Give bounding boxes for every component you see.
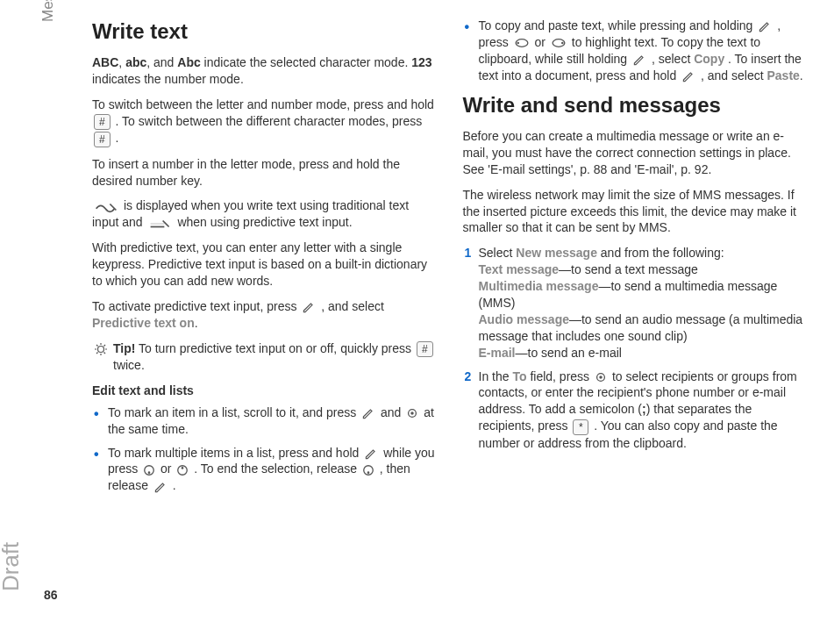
option-email: E-mail [479, 346, 516, 360]
text: To mark an item in a list, scroll to it,… [108, 405, 360, 419]
option-copy: Copy [694, 52, 724, 66]
para-predictive-desc: With predictive text, you can enter any … [92, 240, 437, 290]
page-number: 86 [44, 588, 58, 602]
text: . [173, 478, 176, 492]
tip-label: Tip! [113, 341, 135, 355]
left-column: Write text ABC, abc, and Abc indicate th… [92, 18, 437, 626]
hash-key-icon: # [94, 114, 111, 130]
text: indicate the selected character mode. [201, 55, 411, 69]
text: To switch between the letter and number … [92, 97, 434, 111]
bullet-list-edit: To mark an item in a list, scroll to it,… [92, 404, 437, 494]
scroll-up-icon [176, 464, 189, 476]
text: , and select [701, 68, 767, 82]
text: To mark multiple items in a list, press … [108, 446, 362, 460]
content-columns: Write text ABC, abc, and Abc indicate th… [61, 0, 820, 644]
text: , [118, 55, 125, 69]
text: . [116, 131, 119, 145]
option-text-message: Text message [479, 262, 560, 276]
para-mms-limit: The wireless network may limit the size … [463, 187, 808, 237]
pen-key-icon [364, 447, 378, 461]
list-item: To mark multiple items in a list, press … [92, 445, 437, 495]
scroll-left-icon [514, 38, 530, 48]
step-item: Select New message and from the followin… [463, 245, 808, 361]
side-tab: Messaging Draft 86 [0, 0, 61, 644]
pen-key-icon [302, 300, 316, 314]
para-activate-predictive: To activate predictive text input, press… [92, 298, 437, 332]
label-abc-upper: ABC [92, 55, 118, 69]
field-to: To [512, 369, 526, 383]
subhead-edit-text: Edit text and lists [92, 383, 437, 399]
page: Messaging Draft 86 Write text ABC, abc, … [0, 0, 820, 644]
text: Select [479, 246, 517, 260]
heading-write-text: Write text [92, 18, 437, 46]
text: , and [146, 55, 177, 69]
label-123: 123 [411, 55, 431, 69]
hash-key-icon: # [94, 132, 111, 147]
bullet-list-copy: To copy and paste text, while pressing a… [463, 18, 808, 84]
tip-text: Tip! To turn predictive text input on or… [113, 340, 437, 374]
label-abc-lower: abc [125, 55, 146, 69]
text: , select [652, 52, 694, 66]
text: and [381, 405, 404, 419]
text: field, press [527, 369, 593, 383]
option-paste: Paste [767, 68, 799, 82]
steps-list: Select New message and from the followin… [463, 245, 808, 451]
watermark-label: Draft [0, 542, 25, 591]
tip-icon [94, 342, 108, 356]
list-item: To copy and paste text, while pressing a… [463, 18, 808, 84]
tip-block: Tip! To turn predictive text input on or… [92, 340, 437, 374]
text: In the [479, 369, 513, 383]
section-label: Messaging [39, 0, 57, 22]
text: and from the following: [597, 246, 724, 260]
scroll-down-icon [143, 464, 155, 476]
text: —to send an e-mail [516, 346, 622, 360]
option-new-message: New message [516, 246, 597, 260]
traditional-input-icon [94, 201, 118, 213]
text: . To switch between the different charac… [116, 114, 423, 128]
text: . [800, 68, 803, 82]
para-switch-mode: To switch between the letter and number … [92, 97, 437, 147]
para-insert-number: To insert a number in the letter mode, p… [92, 156, 437, 190]
text: , and select [321, 299, 384, 313]
text: . [195, 316, 198, 330]
option-audio-message: Audio message [479, 312, 569, 326]
text: or [160, 462, 175, 476]
pen-key-icon [153, 480, 168, 494]
para-before-create: Before you can create a multimedia messa… [463, 128, 808, 178]
text: To activate predictive text input, press [92, 299, 300, 313]
scroll-down-icon [362, 464, 374, 476]
predictive-input-icon [148, 218, 173, 230]
text: To copy and paste text, while pressing a… [479, 18, 757, 32]
pen-key-icon [632, 53, 646, 67]
pen-key-icon [758, 19, 772, 33]
text: or [535, 35, 549, 49]
center-key-icon [406, 407, 418, 419]
pen-key-icon [361, 406, 375, 420]
step-item: In the To field, press to select recipie… [463, 369, 808, 452]
label-abc-title: Abc [177, 55, 200, 69]
text: indicates the number mode. [92, 72, 244, 86]
para-char-modes: ABC, abc, and Abc indicate the selected … [92, 54, 437, 88]
text: To turn predictive text input on or off,… [135, 341, 415, 355]
pen-key-icon [681, 69, 695, 83]
para-input-indicators: is displayed when you write text using t… [92, 197, 437, 231]
star-key-icon: * [573, 419, 588, 435]
text: . To end the selection, release [194, 462, 360, 476]
option-predictive-on: Predictive text on [92, 316, 195, 330]
scroll-right-icon [551, 38, 567, 48]
heading-write-send: Write and send messages [463, 91, 808, 119]
text: twice. [113, 358, 145, 372]
text: when using predictive text input. [177, 215, 352, 229]
right-column: To copy and paste text, while pressing a… [463, 18, 808, 626]
text: —to send a text message [559, 262, 698, 276]
list-item: To mark an item in a list, scroll to it,… [92, 404, 437, 438]
option-multimedia-message: Multimedia message [479, 279, 599, 293]
center-key-icon [595, 371, 607, 383]
hash-key-icon: # [417, 341, 433, 357]
